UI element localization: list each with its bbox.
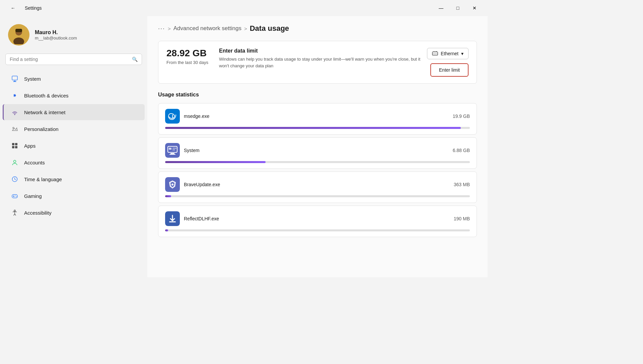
svg-rect-3: [15, 29, 22, 32]
ethernet-dropdown[interactable]: Ethernet ▾: [427, 48, 469, 59]
user-email: m__lab@outlook.com: [35, 35, 77, 41]
progress-bar-bg: [165, 161, 470, 163]
svg-rect-4: [12, 76, 17, 80]
data-limit-title: Enter data limit: [219, 48, 427, 54]
sidebar-item-gaming[interactable]: Gaming: [3, 188, 145, 204]
svg-point-16: [15, 196, 16, 196]
sidebar-item-accounts[interactable]: Accounts: [3, 154, 145, 170]
user-section: Mauro H. m__lab@outlook.com: [0, 21, 147, 54]
progress-bar-fill: [165, 229, 168, 231]
app-size: 19.9 GB: [453, 114, 470, 119]
svg-rect-10: [15, 143, 17, 145]
app-icon: [165, 211, 180, 226]
apps-label: Apps: [24, 143, 35, 149]
progress-bar-bg: [165, 127, 470, 129]
svg-rect-9: [12, 143, 14, 145]
svg-rect-23: [170, 153, 174, 154]
sidebar-item-system[interactable]: System: [3, 71, 145, 87]
data-size-value: 28.92 GB: [166, 48, 208, 59]
app-usage-item: System 6.88 GB: [158, 137, 477, 169]
data-size-label: From the last 30 days: [166, 60, 208, 65]
sidebar-item-apps[interactable]: Apps: [3, 138, 145, 154]
system-label: System: [24, 76, 41, 82]
progress-bar-fill: [165, 195, 171, 197]
data-limit-desc: Windows can help you track data usage to…: [219, 56, 427, 69]
system-icon: [11, 75, 19, 83]
personalization-label: Personalization: [24, 126, 59, 132]
user-name: Mauro H.: [35, 29, 77, 35]
svg-rect-6: [13, 81, 16, 82]
app-name: System: [184, 148, 200, 153]
svg-point-13: [14, 160, 16, 163]
data-header-right: Ethernet ▾ Enter limit: [427, 48, 469, 77]
data-size-section: 28.92 GB From the last 30 days: [166, 48, 208, 65]
sidebar-item-network[interactable]: Network & internet: [3, 104, 145, 120]
ethernet-label: Ethernet: [441, 51, 458, 56]
svg-point-8: [13, 127, 14, 129]
app-usage-header: msedge.exe 19.9 GB: [165, 109, 470, 124]
app-usage-header: BraveUpdate.exe 363 MB: [165, 177, 470, 192]
breadcrumb-sep2: >: [244, 26, 247, 31]
app-usage-header: ReflectDLHF.exe 190 MB: [165, 211, 470, 226]
time-label: Time & language: [24, 176, 62, 182]
svg-rect-26: [172, 148, 176, 149]
svg-rect-19: [432, 52, 438, 55]
sidebar-item-bluetooth[interactable]: Bluetooth & devices: [3, 87, 145, 103]
progress-bar-fill: [165, 127, 461, 129]
progress-bar-bg: [165, 229, 470, 231]
maximize-button[interactable]: □: [450, 3, 466, 13]
breadcrumb-dots: ···: [158, 25, 165, 32]
avatar: [8, 24, 29, 46]
search-input[interactable]: [10, 57, 129, 62]
app-icon: [165, 143, 180, 158]
network-label: Network & internet: [24, 110, 65, 115]
sidebar-item-personalization[interactable]: Personalization: [3, 121, 145, 137]
app-name-size: ReflectDLHF.exe 190 MB: [184, 216, 470, 221]
svg-rect-24: [169, 154, 175, 155]
svg-rect-27: [172, 149, 175, 150]
app-name-size: msedge.exe 19.9 GB: [184, 114, 470, 119]
gaming-label: Gaming: [24, 193, 42, 199]
personalization-icon: [11, 125, 19, 133]
svg-rect-11: [12, 146, 14, 148]
close-button[interactable]: ✕: [467, 3, 482, 13]
svg-rect-31: [169, 221, 176, 222]
app-name: msedge.exe: [184, 114, 209, 119]
back-button[interactable]: ←: [5, 3, 21, 13]
app-name-size: System 6.88 GB: [184, 148, 470, 153]
sidebar-item-time[interactable]: Time & language: [3, 171, 145, 187]
svg-rect-12: [15, 146, 17, 148]
user-info: Mauro H. m__lab@outlook.com: [35, 29, 77, 41]
titlebar: ← Settings — □ ✕: [0, 0, 488, 16]
breadcrumb-sep1: >: [168, 26, 171, 31]
data-header-card: 28.92 GB From the last 30 days Enter dat…: [158, 41, 477, 84]
gaming-icon: [11, 192, 19, 200]
app-size: 363 MB: [454, 182, 470, 187]
content-area: ··· > Advanced network settings > Data u…: [147, 16, 488, 277]
app-icon: [165, 109, 180, 124]
sidebar-item-accessibility[interactable]: Accessibility: [3, 205, 145, 221]
svg-point-17: [16, 196, 17, 197]
usage-title: Usage statistics: [158, 92, 477, 98]
search-box[interactable]: 🔍: [5, 54, 142, 65]
usage-list: msedge.exe 19.9 GB System 6.88 GB: [158, 103, 477, 237]
svg-rect-25: [169, 148, 171, 150]
accessibility-label: Accessibility: [24, 210, 52, 216]
data-limit-info: Enter data limit Windows can help you tr…: [219, 48, 427, 69]
bluetooth-icon: [11, 91, 19, 99]
app-name-size: BraveUpdate.exe 363 MB: [184, 182, 470, 187]
svg-rect-21: [165, 143, 180, 158]
enter-limit-button[interactable]: Enter limit: [430, 63, 469, 77]
app-usage-item: msedge.exe 19.9 GB: [158, 103, 477, 135]
accounts-label: Accounts: [24, 160, 45, 165]
window-controls: — □ ✕: [433, 3, 482, 13]
bluetooth-label: Bluetooth & devices: [24, 93, 69, 98]
app-usage-header: System 6.88 GB: [165, 143, 470, 158]
breadcrumb-link-advanced[interactable]: Advanced network settings: [173, 25, 241, 32]
search-icon: 🔍: [132, 57, 138, 62]
minimize-button[interactable]: —: [433, 3, 449, 13]
app-size: 190 MB: [454, 216, 470, 221]
app-name: BraveUpdate.exe: [184, 182, 220, 187]
time-icon: [11, 175, 19, 183]
app-size: 6.88 GB: [453, 148, 470, 153]
